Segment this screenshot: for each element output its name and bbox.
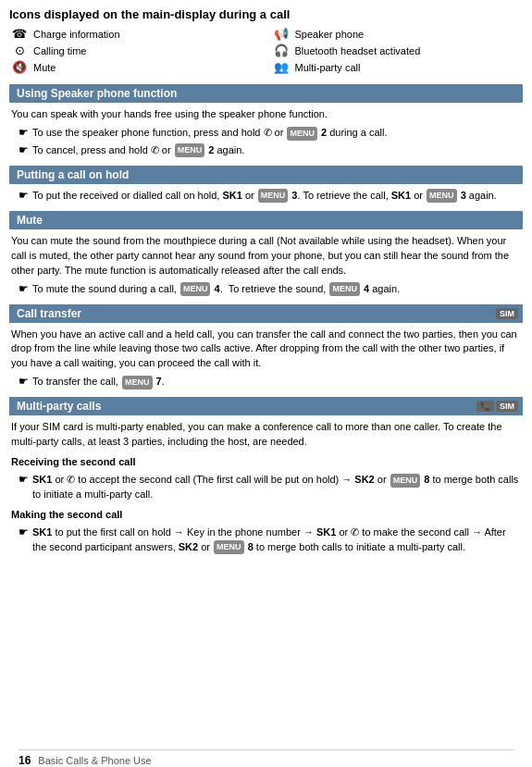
mute-icon-label: Mute xyxy=(33,62,56,73)
menu-badge-receive: MENU xyxy=(390,474,421,488)
making-second-call-title: Making the second call xyxy=(11,508,521,523)
section-hold-content: ☛ To put the received or dialled call on… xyxy=(9,189,523,204)
menu-badge: MENU xyxy=(287,127,317,141)
speaker-icon: 📢 xyxy=(271,27,291,41)
speaker-bullet-1: ☛ To use the speaker phone function, pre… xyxy=(11,126,521,141)
sim-badge-calltransfer: SIM xyxy=(496,308,518,319)
callingtime-icon: ⊙ xyxy=(9,43,30,57)
section-speaker: Using Speaker phone function You can spe… xyxy=(9,84,523,158)
receiving-second-call-title: Receiving the second call xyxy=(11,455,521,470)
mute-bullet-1-text: To mute the sound during a call, MENU 4.… xyxy=(32,282,400,297)
making-bullet-1: ☛ SK1 to put the first call on hold → Ke… xyxy=(11,526,521,555)
section-speaker-header: Using Speaker phone function xyxy=(9,84,523,103)
sim-badge-multiparty: SIM xyxy=(496,401,518,412)
section-calltransfer-header: Call transfer xyxy=(9,304,496,323)
charge-label: Charge information xyxy=(33,29,120,40)
section-mute-content: You can mute the sound from the mouthpie… xyxy=(9,234,523,297)
section-calltransfer: Call transfer SIM When you have an activ… xyxy=(9,304,523,390)
icons-left-col: ☎ Charge information ⊙ Calling time 🔇 Mu… xyxy=(9,27,262,77)
icon-row-charge: ☎ Charge information xyxy=(9,27,262,41)
speaker-para: You can speak with your hands free using… xyxy=(11,107,521,122)
section-hold-header: Putting a call on hold xyxy=(9,166,523,184)
calltransfer-bullet-1: ☛ To transfer the call, MENU 7. xyxy=(11,375,521,390)
receiving-arrow-icon: ☛ xyxy=(19,473,29,486)
making-bullet-1-text: SK1 to put the first call on hold → Key … xyxy=(32,526,521,555)
speaker-bullet-2-text: To cancel, press and hold ✆ or MENU 2 ag… xyxy=(32,143,244,158)
icon-row-bluetooth: 🎧 Bluetooth headset activated xyxy=(271,43,524,57)
mute-arrow-icon: ☛ xyxy=(19,282,29,295)
footer-label: Basic Calls & Phone Use xyxy=(38,755,151,766)
section-speaker-content: You can speak with your hands free using… xyxy=(9,107,523,158)
section-multiparty: Multi-party calls 📞 SIM If your SIM card… xyxy=(9,397,523,555)
icon-row-mute: 🔇 Mute xyxy=(9,60,262,74)
menu-badge-2: MENU xyxy=(175,143,205,157)
hold-arrow-icon: ☛ xyxy=(19,189,29,202)
section-calltransfer-content: When you have an active call and a held … xyxy=(9,328,523,390)
mute-para: You can mute the sound from the mouthpie… xyxy=(11,234,521,278)
calltransfer-bullet-1-text: To transfer the call, MENU 7. xyxy=(32,375,165,390)
page-number: 16 xyxy=(19,754,31,767)
section-multiparty-header: Multi-party calls xyxy=(9,397,476,415)
icon-row-speaker: 📢 Speaker phone xyxy=(271,27,524,41)
making-arrow-icon: ☛ xyxy=(19,526,29,538)
mute-icon: 🔇 xyxy=(9,60,30,74)
speaker-bullet-2: ☛ To cancel, press and hold ✆ or MENU 2 … xyxy=(11,143,521,158)
icons-table: ☎ Charge information ⊙ Calling time 🔇 Mu… xyxy=(9,27,523,77)
bluetooth-icon: 🎧 xyxy=(271,43,291,57)
main-title: Icons displayed on the main-display duri… xyxy=(9,7,523,21)
multiparty-icon-label: Multi-party call xyxy=(295,62,361,73)
callingtime-label: Calling time xyxy=(33,45,86,56)
receiving-bullet-1-text: SK1 or ✆ to accept the second call (The … xyxy=(32,473,521,502)
icon-row-multiparty-icon: 👥 Multi-party call xyxy=(271,60,524,74)
multiparty-icon: 👥 xyxy=(271,60,291,74)
icons-right-col: 📢 Speaker phone 🎧 Bluetooth headset acti… xyxy=(271,27,524,77)
bluetooth-icon-label: Bluetooth headset activated xyxy=(295,45,421,56)
mute-bullet-1: ☛ To mute the sound during a call, MENU … xyxy=(11,282,521,297)
section-hold: Putting a call on hold ☛ To put the rece… xyxy=(9,166,523,204)
phone-badge-multiparty: 📞 xyxy=(476,401,494,412)
bullet-arrow-icon-2: ☛ xyxy=(19,143,29,156)
menu-badge-transfer: MENU xyxy=(122,376,153,390)
menu-badge-mute-1: MENU xyxy=(180,282,211,296)
hold-bullet-1-text: To put the received or dialled call on h… xyxy=(32,189,497,204)
charge-icon: ☎ xyxy=(9,27,30,41)
speaker-icon-label: Speaker phone xyxy=(295,29,365,40)
receiving-bullet-1: ☛ SK1 or ✆ to accept the second call (Th… xyxy=(11,473,521,502)
speaker-bullet-1-text: To use the speaker phone function, press… xyxy=(32,126,388,141)
icon-row-callingtime: ⊙ Calling time xyxy=(9,43,262,57)
section-mute-header: Mute xyxy=(9,211,523,229)
multiparty-para: If your SIM card is multi-party enabled,… xyxy=(11,420,521,450)
menu-badge-hold: MENU xyxy=(258,189,289,203)
calltransfer-para: When you have an active call and a held … xyxy=(11,328,521,372)
sim-badges-multiparty: 📞 SIM xyxy=(476,401,518,412)
menu-badge-making: MENU xyxy=(214,540,244,554)
bullet-arrow-icon: ☛ xyxy=(19,126,29,139)
calltransfer-header-wrapper: Call transfer SIM xyxy=(9,304,523,323)
multiparty-header-wrapper: Multi-party calls 📞 SIM xyxy=(9,397,523,415)
page-footer: 16 Basic Calls & Phone Use xyxy=(19,749,513,767)
section-mute: Mute You can mute the sound from the mou… xyxy=(9,211,523,297)
menu-badge-mute-2: MENU xyxy=(329,282,360,296)
menu-badge-hold-2: MENU xyxy=(427,189,457,203)
hold-bullet-1: ☛ To put the received or dialled call on… xyxy=(11,189,521,204)
calltransfer-arrow-icon: ☛ xyxy=(19,375,29,388)
section-multiparty-content: If your SIM card is multi-party enabled,… xyxy=(9,420,523,555)
